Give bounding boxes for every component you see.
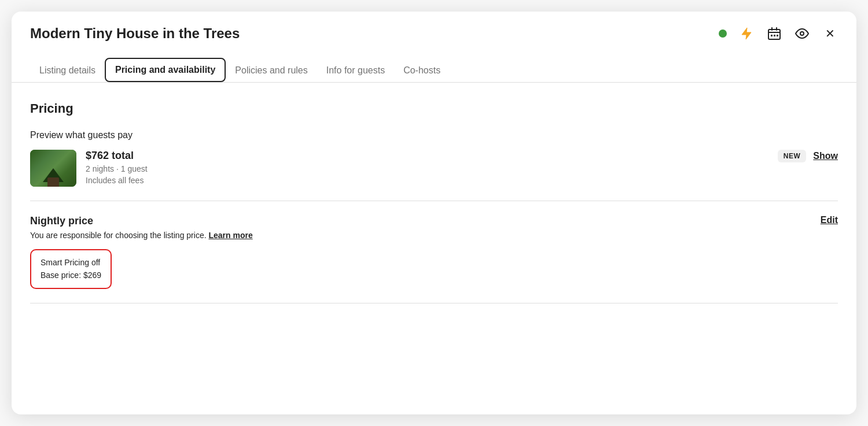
tab-co-hosts[interactable]: Co-hosts — [394, 58, 450, 83]
nightly-description: You are responsible for choosing the lis… — [30, 231, 807, 240]
preview-right: NEW Show — [778, 150, 838, 162]
header-icons: ✕ — [719, 25, 838, 42]
lightning-icon[interactable] — [738, 25, 755, 42]
smart-pricing-base: Base price: $269 — [41, 269, 101, 281]
preview-nights-guests: 2 nights · 1 guest — [86, 164, 148, 173]
close-icon[interactable]: ✕ — [822, 25, 838, 42]
show-button[interactable]: Show — [813, 151, 838, 161]
preview-label: Preview what guests pay — [30, 130, 838, 140]
preview-price: $762 total — [86, 150, 148, 162]
tab-info-guests[interactable]: Info for guests — [317, 58, 394, 83]
status-dot-icon — [719, 29, 727, 38]
preview-info: $762 total 2 nights · 1 guest Includes a… — [86, 150, 148, 185]
modal-header: Modern Tiny House in the Trees — [12, 12, 856, 42]
modal-title: Modern Tiny House in the Trees — [30, 25, 240, 42]
smart-pricing-box: Smart Pricing off Base price: $269 — [30, 249, 112, 289]
nightly-price-title: Nightly price — [30, 215, 807, 227]
eye-icon[interactable] — [794, 25, 810, 42]
nightly-section: Nightly price You are responsible for ch… — [30, 215, 838, 289]
nightly-description-text: You are responsible for choosing the lis… — [30, 231, 207, 240]
nightly-edit-button[interactable]: Edit — [821, 215, 838, 225]
pricing-section-title: Pricing — [30, 101, 838, 116]
thumbnail-image — [30, 150, 76, 187]
preview-left: $762 total 2 nights · 1 guest Includes a… — [30, 150, 148, 187]
nightly-left: Nightly price You are responsible for ch… — [30, 215, 807, 289]
smart-pricing-status: Smart Pricing off — [41, 256, 101, 269]
section-divider — [30, 201, 838, 201]
svg-rect-3 — [777, 35, 778, 36]
bottom-divider — [30, 303, 838, 303]
listing-thumbnail — [30, 150, 76, 187]
svg-rect-2 — [774, 35, 775, 36]
learn-more-link[interactable]: Learn more — [208, 231, 252, 240]
modal-container: Modern Tiny House in the Trees — [12, 12, 856, 414]
tab-pricing-availability[interactable]: Pricing and availability — [105, 58, 226, 82]
preview-content: $762 total 2 nights · 1 guest Includes a… — [30, 150, 838, 187]
tab-listing-details[interactable]: Listing details — [30, 58, 105, 83]
preview-fees-note: Includes all fees — [86, 176, 148, 185]
svg-point-4 — [800, 32, 804, 35]
preview-section: Preview what guests pay $762 total 2 nig… — [30, 130, 838, 187]
svg-rect-0 — [768, 29, 780, 39]
tab-policies-rules[interactable]: Policies and rules — [226, 58, 317, 83]
svg-rect-1 — [771, 35, 773, 36]
new-badge: NEW — [778, 150, 807, 162]
modal-body: Pricing Preview what guests pay $762 tot… — [12, 83, 856, 336]
tab-navigation: Listing details Pricing and availability… — [12, 46, 856, 83]
calendar-icon[interactable] — [766, 25, 782, 42]
